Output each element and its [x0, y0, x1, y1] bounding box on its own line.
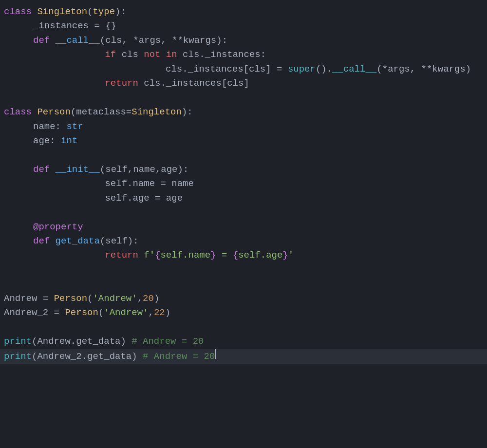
indent2 — [94, 177, 105, 191]
func-init: __init__ — [56, 163, 100, 177]
super-parens: (). — [316, 62, 332, 76]
metaclass-close: ): — [182, 105, 193, 119]
print2-open: (Andrew_2.get_data) — [32, 350, 143, 364]
keyword-not-in: not in — [144, 48, 183, 62]
indent — [33, 62, 56, 76]
cls-instances: cls._instances: — [183, 48, 266, 62]
self-name-assign: self.name = name — [105, 177, 193, 191]
code-line-active: print(Andrew_2.get_data) # Andrew = 20 — [0, 349, 487, 364]
dunder-call: __call__ — [332, 62, 376, 76]
andrew-close: ) — [154, 292, 159, 306]
fstring-end: ' — [288, 248, 294, 262]
code-line: return cls._instances[cls] — [0, 76, 487, 91]
andrew-open: ( — [87, 292, 93, 306]
code-line: Andrew = Person('Andrew',20) — [0, 292, 487, 306]
num-20: 20 — [143, 292, 154, 306]
code-line: if cls not in cls._instances: — [0, 48, 487, 62]
print1-open: (Andrew.get_data) — [32, 335, 131, 349]
code-line: class Person(metaclass=Singleton): — [0, 105, 487, 119]
fstring-eq: = — [216, 248, 233, 262]
params: (cls, *args, **kwargs): — [100, 34, 227, 48]
code-line — [0, 205, 487, 220]
andrew-var: Andrew = — [4, 292, 54, 306]
return-val: cls._instances[cls] — [144, 76, 249, 91]
args: (*args, **kwargs) — [376, 62, 471, 76]
cls-instances-assign: cls._instances[cls] = — [166, 62, 288, 76]
func-call: __call__ — [56, 34, 100, 48]
andrew2-open: ( — [98, 306, 104, 320]
super-call: super — [288, 62, 316, 76]
type-arg: type — [93, 5, 115, 19]
code-line: _instances = {} — [0, 19, 487, 33]
func-get-data: get_data — [56, 234, 100, 248]
person-call1: Person — [54, 292, 87, 306]
print-call2: print — [4, 350, 32, 364]
get-data-params: (self): — [100, 234, 139, 248]
person-call2: Person — [65, 306, 98, 320]
keyword-def2: def — [33, 163, 56, 177]
indent2 — [94, 191, 105, 205]
indent2 — [94, 48, 105, 62]
instances-attr: _instances = {} — [33, 19, 116, 33]
keyword-if: if — [105, 48, 121, 62]
andrew-str: 'Andrew' — [93, 292, 137, 306]
num-22: 22 — [154, 306, 165, 320]
code-line: print(Andrew.get_data) # Andrew = 20 — [0, 335, 487, 349]
self-age-assign: self.age = age — [105, 191, 183, 205]
code-line: name: str — [0, 120, 487, 134]
init-params: (self,name,age): — [100, 163, 188, 177]
indent2 — [94, 62, 116, 76]
indent2 — [94, 248, 105, 262]
code-line — [0, 148, 487, 162]
comma2: , — [148, 306, 153, 320]
indent — [33, 191, 56, 205]
comment1: # Andrew = 20 — [131, 335, 204, 349]
keyword-def: def — [33, 34, 56, 48]
code-line: return f'{self.name} = {self.age}' — [0, 248, 487, 262]
cls-var: cls — [122, 48, 144, 62]
code-line: def __init__(self,name,age): — [0, 163, 487, 177]
keyword-return: return — [105, 76, 144, 91]
code-line: cls._instances[cls] = super().__call__(*… — [0, 62, 487, 76]
andrew2-var: Andrew_2 = — [4, 306, 65, 320]
type-int: int — [61, 134, 77, 148]
code-line: @property — [0, 220, 487, 234]
andrew2-str: 'Andrew' — [104, 306, 148, 320]
code-line: def get_data(self): — [0, 234, 487, 248]
indent — [33, 177, 56, 191]
indent2 — [94, 76, 105, 91]
fstring-brace4: } — [282, 248, 288, 262]
metaclass-open: (metaclass= — [71, 105, 131, 119]
print-call1: print — [4, 335, 32, 349]
keyword-class2: class — [4, 105, 37, 119]
type-str: str — [66, 120, 83, 134]
class-name-singleton: Singleton — [37, 5, 87, 19]
fstring-brace2: } — [210, 248, 216, 262]
keyword-def3: def — [33, 234, 56, 248]
age-attr: age: — [33, 134, 61, 148]
paren-open: ( — [87, 5, 93, 19]
code-line: class Singleton(type): — [0, 5, 487, 19]
code-line — [0, 277, 487, 291]
name-attr: name: — [33, 120, 66, 134]
code-line — [0, 91, 487, 105]
comma1: , — [137, 292, 143, 306]
paren-close: ): — [115, 5, 126, 19]
text-cursor — [215, 349, 216, 359]
decorator-property: @property — [33, 220, 83, 234]
andrew2-close: ) — [165, 306, 170, 320]
fstring-brace1: { — [155, 248, 160, 262]
code-line — [0, 263, 487, 277]
fstring-self-age: self.age — [238, 248, 282, 262]
keyword-class: class — [4, 5, 37, 19]
indent — [33, 248, 56, 262]
singleton-ref: Singleton — [131, 105, 182, 119]
fstring-brace3: { — [233, 248, 238, 262]
indent — [33, 48, 56, 62]
code-line — [0, 320, 487, 335]
indent — [33, 76, 56, 91]
fstring-self-name: self.name — [160, 248, 210, 262]
code-line: self.age = age — [0, 191, 487, 205]
code-line: def __call__(cls, *args, **kwargs): — [0, 34, 487, 48]
keyword-return2: return — [105, 248, 144, 262]
